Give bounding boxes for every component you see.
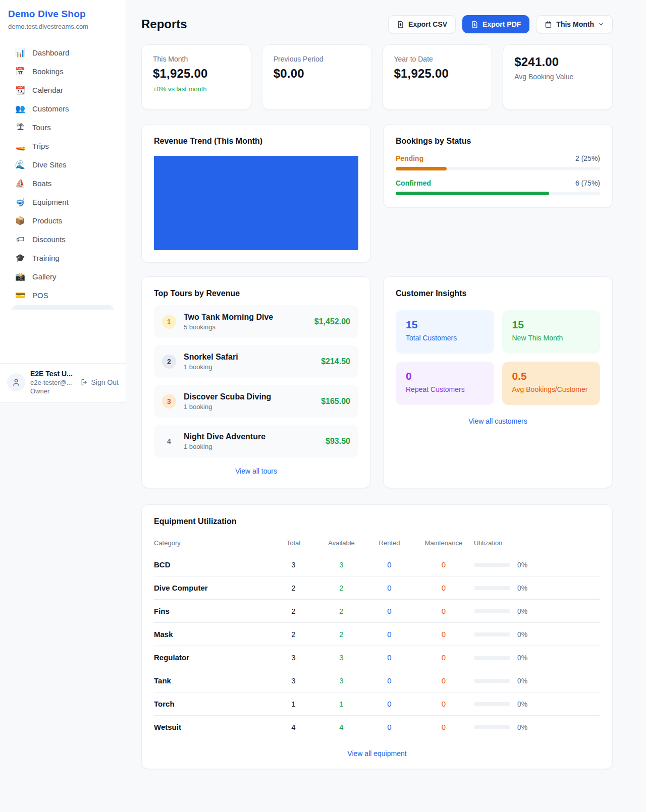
tour-row[interactable]: 1 Two Tank Morning Dive 5 bookings $1,45… (154, 305, 358, 338)
utilization-percent: 0% (517, 700, 527, 708)
progress-track (396, 167, 600, 170)
camera-icon: 📸 (15, 273, 25, 281)
sidebar-item-label: Discounts (32, 235, 66, 244)
tour-name: Discover Scuba Diving (184, 392, 271, 401)
sidebar-item-label: Bookings (32, 67, 64, 76)
cell-rented: 0 (365, 676, 413, 685)
tour-row[interactable]: 4 Night Dive Adventure 1 booking $93.50 (154, 425, 358, 457)
package-icon: 📦 (15, 217, 25, 225)
utilization-track (474, 702, 510, 706)
dashboard-icon: 📊 (15, 49, 25, 57)
cell-total: 2 (270, 584, 317, 592)
sidebar-item-bookings[interactable]: 📅 Bookings (6, 62, 120, 81)
page-header: Reports Export CSV Export PDF This Month (141, 15, 613, 33)
export-pdf-button[interactable]: Export PDF (462, 15, 529, 33)
sidebar-item-label: Tours (32, 123, 51, 132)
shop-name: Demo Dive Shop (8, 9, 118, 20)
view-all-customers-link[interactable]: View all customers (396, 417, 600, 425)
rank-badge: 2 (162, 355, 176, 369)
panel-title: Top Tours by Revenue (154, 289, 358, 298)
cell-utilization: 0% (474, 630, 600, 639)
column-header-available: Available (317, 539, 365, 547)
stat-card-previous-period: Previous Period $0.00 (262, 44, 372, 110)
user-email: e2e-tester@... (30, 379, 73, 386)
table-row: BCD 3 3 0 0 0% (154, 553, 600, 576)
sidebar-item-boats[interactable]: ⛵ Boats (6, 174, 120, 193)
dive-mask-icon: 🤿 (15, 198, 25, 206)
panel-title: Revenue Trend (This Month) (154, 137, 358, 146)
utilization-percent: 0% (517, 723, 527, 731)
insight-tiles: 15 Total Customers 15 New This Month 0 R… (396, 310, 600, 405)
table-row: Tank 3 3 0 0 0% (154, 669, 600, 692)
sidebar-item-gallery[interactable]: 📸 Gallery (6, 267, 120, 286)
sidebar-item-products[interactable]: 📦 Products (6, 211, 120, 230)
customer-insights-panel: Customer Insights 15 Total Customers 15 … (383, 276, 613, 488)
user-section: E2E Test U... e2e-tester@... Owner Sign … (0, 363, 126, 402)
cell-maintenance: 0 (413, 700, 474, 708)
tile-avg-bookings-per-customer: 0.5 Avg Bookings/Customer (502, 362, 601, 405)
progress-track (396, 192, 600, 195)
tour-row[interactable]: 2 Snorkel Safari 1 booking $214.50 (154, 345, 358, 378)
progress-fill-pending (396, 167, 447, 170)
utilization-track (474, 656, 510, 660)
tile-value: 15 (406, 319, 484, 331)
table-row: Fins 2 2 0 0 0% (154, 600, 600, 623)
cell-maintenance: 0 (413, 676, 474, 685)
cell-utilization: 0% (474, 561, 600, 569)
main-content: Reports Export CSV Export PDF This Month (141, 0, 613, 769)
sidebar-item-training[interactable]: 🎓 Training (6, 249, 120, 267)
utilization-track (474, 609, 510, 613)
cell-rented: 0 (365, 607, 413, 615)
sidebar-item-dive-sites[interactable]: 🌊 Dive Sites (6, 155, 120, 174)
tile-label: Total Customers (406, 334, 484, 342)
cell-available: 2 (317, 630, 365, 639)
utilization-percent: 0% (517, 561, 527, 569)
sidebar-item-label: POS (32, 291, 48, 300)
panel-title: Equipment Utilization (154, 517, 600, 526)
stat-value: $1,925.00 (153, 67, 240, 81)
column-header-rented: Rented (365, 539, 413, 547)
sidebar-item-discounts[interactable]: 🏷 Discounts (6, 230, 120, 249)
tour-bookings: 1 booking (184, 363, 238, 371)
view-all-tours-link[interactable]: View all tours (154, 467, 358, 475)
calendar-icon (545, 21, 552, 28)
sidebar-item-tours[interactable]: 🏝 Tours (6, 118, 120, 137)
cell-total: 2 (270, 607, 317, 615)
tour-name: Two Tank Morning Dive (184, 313, 273, 322)
view-all-equipment-link[interactable]: View all equipment (154, 749, 600, 758)
tour-name: Snorkel Safari (184, 353, 238, 362)
tile-value: 0.5 (512, 370, 590, 382)
stat-delta: +0% vs last month (153, 85, 240, 93)
cell-category: Wetsuit (154, 723, 270, 731)
utilization-percent: 0% (517, 630, 527, 639)
utilization-track (474, 725, 510, 729)
sidebar-item-equipment[interactable]: 🤿 Equipment (6, 193, 120, 211)
cell-utilization: 0% (474, 654, 600, 662)
cell-available: 2 (317, 584, 365, 592)
tile-new-this-month: 15 New This Month (502, 310, 601, 354)
tile-total-customers: 15 Total Customers (396, 310, 494, 354)
table-row: Regulator 3 3 0 0 0% (154, 646, 600, 669)
file-download-icon (397, 21, 404, 28)
bookings-calendar-icon: 📅 (15, 68, 25, 76)
sidebar-item-customers[interactable]: 👥 Customers (6, 99, 120, 118)
tour-revenue: $93.50 (326, 437, 350, 446)
tour-row[interactable]: 3 Discover Scuba Diving 1 booking $165.0… (154, 385, 358, 418)
sign-out-button[interactable]: Sign Out (80, 378, 119, 386)
utilization-track (474, 586, 510, 590)
sidebar: Demo Dive Shop demo.test.divestreams.com… (0, 0, 126, 402)
cell-total: 4 (270, 723, 317, 731)
column-header-total: Total (270, 539, 317, 547)
sidebar-item-trips[interactable]: 🚤 Trips (6, 137, 120, 155)
cell-total: 3 (270, 560, 317, 569)
sidebar-item-pos[interactable]: 💳 POS (6, 286, 120, 305)
revenue-trend-panel: Revenue Trend (This Month) (141, 124, 371, 263)
utilization-percent: 0% (517, 607, 527, 615)
period-dropdown[interactable]: This Month (536, 15, 613, 33)
cell-utilization: 0% (474, 677, 600, 685)
cell-maintenance: 0 (413, 607, 474, 615)
equipment-table: Category Total Available Rented Maintena… (154, 536, 600, 738)
sidebar-item-calendar[interactable]: 📆 Calendar (6, 81, 120, 99)
export-csv-button[interactable]: Export CSV (388, 15, 456, 33)
sidebar-item-dashboard[interactable]: 📊 Dashboard (6, 43, 120, 62)
